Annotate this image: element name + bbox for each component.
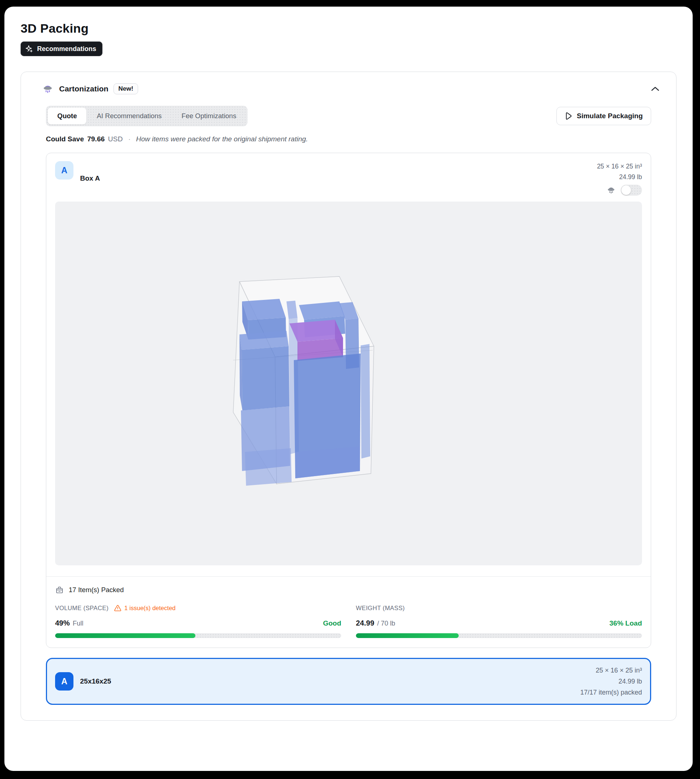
play-icon [565,112,572,120]
visibility-toggle[interactable] [621,185,642,196]
toggle-knob [622,185,631,195]
tab-quote[interactable]: Quote [48,108,86,125]
items-packed-label: 17 Item(s) Packed [69,586,124,594]
selected-box-name: 25x16x25 [80,677,111,686]
box-a-header: A Box A 25 × 16 × 25 in³ 24.99 lb [55,161,642,196]
page-title: 3D Packing [20,21,677,36]
new-badge: New! [113,83,138,94]
savings-currency: USD [108,135,123,143]
volume-percent: 49% [55,619,70,628]
cartonization-title: Cartonization [59,85,108,93]
box-a-card: A Box A 25 × 16 × 25 in³ 24.99 lb [46,153,651,648]
items-packed-row: 17 Item(s) Packed [55,586,642,594]
volume-percent-suffix: Full [73,620,83,628]
sparkles-icon [25,45,33,53]
box-a-badge: A [55,161,73,180]
app-window: 3D Packing Recommendations Cartonization… [4,7,693,771]
box-a-weight: 24.99 lb [597,172,642,183]
recommendations-button[interactable]: Recommendations [20,42,102,56]
selected-box-row[interactable]: A 25x16x25 25 × 16 × 25 in³ 24.99 lb 17/… [46,658,651,705]
cartonization-header: Cartonization New! [33,83,664,95]
volume-status: Good [323,619,341,628]
savings-amount: 79.66 [87,135,105,143]
volume-issue: 1 issue(s) detected [114,604,175,612]
box-a-meta: 25 × 16 × 25 in³ 24.99 lb [597,161,642,196]
weight-value: 24.99 [356,619,374,628]
recommendations-label: Recommendations [37,45,96,53]
weight-progress-bar [356,633,642,638]
simulate-packaging-label: Simulate Packaging [577,112,643,120]
selected-box-meta: 25 × 16 × 25 in³ 24.99 lb 17/17 item(s) … [580,665,642,698]
savings-line: Could Save 79.66 USD · How items were pa… [46,135,651,143]
savings-prefix: Could Save [46,135,84,143]
packing-3d-viewport[interactable] [55,201,642,565]
collapse-button[interactable] [648,83,662,94]
package-icon [55,586,64,594]
selected-box-badge: A [55,672,73,691]
volume-label: VOLUME (SPACE) [55,604,109,612]
savings-description: How items were packed for the original s… [136,135,308,143]
tab-group: Quote AI Recommendations Fee Optimizatio… [46,106,248,126]
weight-stat: WEIGHT (MASS) 24.99 / 70 lb 36% Load [356,604,642,638]
box-a-name: Box A [80,175,100,183]
tab-ai-recommendations[interactable]: AI Recommendations [87,108,171,125]
volume-progress-fill [55,633,195,638]
selected-box-dimensions: 25 × 16 × 25 in³ [580,665,642,676]
tabs-row: Quote AI Recommendations Fee Optimizatio… [46,106,651,126]
cartonization-card: Cartonization New! Quote AI Recommendati… [20,72,677,721]
warning-icon [114,604,122,612]
simulate-packaging-button[interactable]: Simulate Packaging [557,107,651,125]
box-a-dimensions: 25 × 16 × 25 in³ [597,161,642,172]
savings-separator: · [128,135,130,143]
chevron-up-icon [650,85,660,92]
packing-3d-scene [203,246,508,525]
ufo-gray-icon [606,185,616,195]
selected-box-packed: 17/17 item(s) packed [580,687,642,698]
weight-label: WEIGHT (MASS) [356,604,405,612]
tab-fee-optimizations[interactable]: Fee Optimizations [172,108,246,125]
selected-box-weight: 24.99 lb [580,676,642,687]
ufo-icon [42,83,54,95]
weight-progress-fill [356,633,459,638]
volume-stat: VOLUME (SPACE) 1 issue(s) detected [55,604,341,638]
stats-divider [46,576,651,577]
volume-progress-bar [55,633,341,638]
weight-max: / 70 lb [377,620,395,628]
weight-status: 36% Load [609,619,642,628]
volume-issue-text: 1 issue(s) detected [125,604,175,612]
